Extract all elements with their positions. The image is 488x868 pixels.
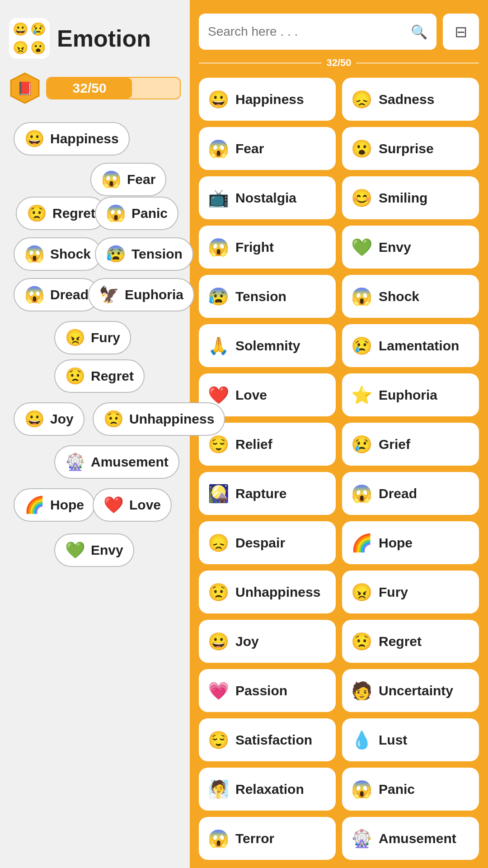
emotion-card-uncertainty[interactable]: 🧑Uncertainty <box>342 669 479 712</box>
search-input-wrap[interactable]: 🔍 <box>199 14 436 50</box>
logo-emoji-1: 😀 <box>13 23 28 36</box>
left-chip-fear[interactable]: 😱Fear <box>90 163 166 196</box>
emotion-label: Lamentation <box>379 338 459 354</box>
chips-area: 😀Happiness😱Fear😟Regret😱Panic😱Shock😰Tensi… <box>9 122 181 800</box>
emotion-label: Panic <box>379 782 415 797</box>
left-chip-amusement[interactable]: 🎡Amusement <box>54 445 179 479</box>
left-chip-regret[interactable]: 😟Regret <box>54 359 145 393</box>
filter-button[interactable]: ⊟ <box>443 14 479 50</box>
emotion-card-nostalgia[interactable]: 📺Nostalgia <box>199 176 336 219</box>
left-chip-dread[interactable]: 😱Dread <box>14 278 99 311</box>
chip-label: Regret <box>52 206 95 221</box>
left-chip-hope[interactable]: 🌈Hope <box>14 488 95 522</box>
progress-line-left <box>199 62 322 64</box>
emotion-emoji: 😞 <box>208 533 229 553</box>
emotion-label: Fright <box>235 240 274 255</box>
emotion-card-fear[interactable]: 😱Fear <box>199 127 336 170</box>
emotion-card-surprise[interactable]: 😮Surprise <box>342 127 479 170</box>
emotion-card-euphoria[interactable]: ⭐Euphoria <box>342 373 479 416</box>
logo-emoji-3: 😠 <box>13 42 28 54</box>
emotion-label: Lust <box>379 732 407 748</box>
emotion-label: Solemnity <box>235 338 300 354</box>
emotion-card-grief[interactable]: 😢Grief <box>342 423 479 466</box>
chip-emoji: 💚 <box>65 541 85 560</box>
emotion-card-happiness[interactable]: 😀Happiness <box>199 78 336 121</box>
left-chip-tension[interactable]: 😰Tension <box>95 237 193 271</box>
left-chip-euphoria[interactable]: 🦅Euphoria <box>88 278 194 311</box>
left-chip-panic[interactable]: 😱Panic <box>95 197 178 230</box>
emotion-card-satisfaction[interactable]: 😌Satisfaction <box>199 718 336 761</box>
app-title: Emotion <box>57 25 151 52</box>
emotion-card-passion[interactable]: 💗Passion <box>199 669 336 712</box>
emotion-emoji: 🎑 <box>208 484 229 504</box>
emotion-emoji: 😊 <box>351 188 372 208</box>
emotion-card-solemnity[interactable]: 🙏Solemnity <box>199 324 336 367</box>
emotion-label: Hope <box>379 535 413 551</box>
left-chip-fury[interactable]: 😠Fury <box>54 321 131 354</box>
chip-label: Tension <box>131 246 183 262</box>
emotion-card-tension[interactable]: 😰Tension <box>199 275 336 318</box>
chip-emoji: 😟 <box>27 204 47 223</box>
emotion-emoji: ⭐ <box>351 385 372 405</box>
emotion-card-lust[interactable]: 💧Lust <box>342 718 479 761</box>
emotion-emoji: 😱 <box>351 287 372 307</box>
emotion-card-relaxation[interactable]: 🧖Relaxation <box>199 768 336 811</box>
emotion-card-rapture[interactable]: 🎑Rapture <box>199 472 336 515</box>
emotion-card-dread[interactable]: 😱Dread <box>342 472 479 515</box>
chip-label: Panic <box>131 206 168 221</box>
emotion-label: Regret <box>379 634 422 649</box>
emotion-emoji: 🧑 <box>351 681 372 701</box>
left-chip-love[interactable]: ❤️Love <box>93 488 172 522</box>
emotion-card-hope[interactable]: 🌈Hope <box>342 521 479 564</box>
emotion-card-joy[interactable]: 😀Joy <box>199 620 336 663</box>
progress-book-emoji: 📕 <box>17 81 33 96</box>
emotion-label: Smiling <box>379 190 427 206</box>
chip-label: Fear <box>127 172 155 187</box>
emotion-emoji: 😱 <box>208 237 229 257</box>
chip-emoji: 😱 <box>24 285 45 304</box>
emotion-card-sadness[interactable]: 😞Sadness <box>342 78 479 121</box>
emotion-card-smiling[interactable]: 😊Smiling <box>342 176 479 219</box>
emotion-label: Shock <box>379 289 419 304</box>
left-chip-envy[interactable]: 💚Envy <box>54 533 134 567</box>
app-logo: 😀 😢 😠 😮 <box>9 18 50 59</box>
progress-bar-fill: 32/50 <box>47 78 132 99</box>
emotion-card-fury[interactable]: 😠Fury <box>342 571 479 613</box>
search-input[interactable] <box>208 24 411 39</box>
emotion-label: Satisfaction <box>235 732 312 748</box>
logo-emoji-2: 😢 <box>30 23 46 36</box>
emotion-label: Fury <box>379 585 408 600</box>
left-chip-happiness[interactable]: 😀Happiness <box>14 122 130 156</box>
emotion-card-unhappiness[interactable]: 😟Unhappiness <box>199 571 336 613</box>
emotion-card-lamentation[interactable]: 😢Lamentation <box>342 324 479 367</box>
emotion-card-despair[interactable]: 😞Despair <box>199 521 336 564</box>
emotion-emoji: 😀 <box>208 90 229 109</box>
emotion-emoji: 😢 <box>351 434 372 454</box>
emotion-emoji: 🙏 <box>208 336 229 356</box>
right-panel: 🔍 ⊟ 32/50 😀Happiness😞Sadness😱Fear😮Surpri… <box>190 0 488 868</box>
emotion-label: Uncertainty <box>379 683 453 698</box>
emotion-card-envy[interactable]: 💚Envy <box>342 226 479 269</box>
emotion-emoji: 😟 <box>351 632 372 651</box>
left-chip-joy[interactable]: 😀Joy <box>14 402 84 436</box>
emotion-label: Euphoria <box>379 387 437 403</box>
left-panel: 😀 😢 😠 😮 Emotion 📕 32/50 😀Happiness😱Fear😟… <box>0 0 190 868</box>
emotion-card-terror[interactable]: 😱Terror <box>199 817 336 860</box>
emotion-card-shock[interactable]: 😱Shock <box>342 275 479 318</box>
emotion-card-panic[interactable]: 😱Panic <box>342 768 479 811</box>
emotion-label: Despair <box>235 535 285 551</box>
left-chip-shock[interactable]: 😱Shock <box>14 237 102 271</box>
search-icon: 🔍 <box>411 24 427 40</box>
emotion-emoji: 😮 <box>351 139 372 159</box>
emotion-emoji: 💗 <box>208 681 229 701</box>
app-header: 😀 😢 😠 😮 Emotion <box>9 18 181 59</box>
chip-emoji: 😟 <box>65 367 85 386</box>
left-chip-regret[interactable]: 😟Regret <box>16 197 106 230</box>
emotion-label: Love <box>235 387 267 403</box>
emotion-card-fright[interactable]: 😱Fright <box>199 226 336 269</box>
progress-text: 32/50 <box>73 80 107 96</box>
emotion-card-regret[interactable]: 😟Regret <box>342 620 479 663</box>
emotion-card-amusement[interactable]: 🎡Amusement <box>342 817 479 860</box>
chip-emoji: 😱 <box>24 245 45 264</box>
left-chip-unhappiness[interactable]: 😟Unhappiness <box>93 402 225 436</box>
